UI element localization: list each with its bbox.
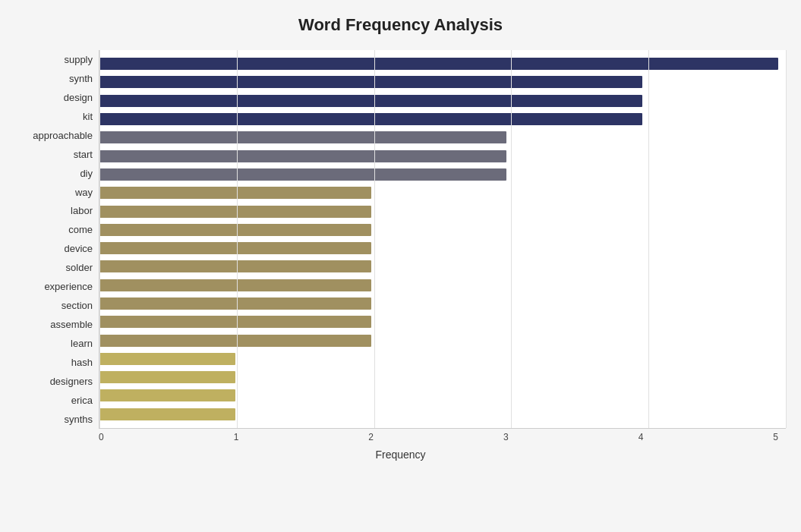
x-tick-label: 0 xyxy=(99,432,104,442)
bar-row xyxy=(99,111,778,127)
y-label: approachable xyxy=(15,131,93,140)
y-label: kit xyxy=(15,112,93,121)
bar-row xyxy=(99,406,778,423)
y-label: come xyxy=(15,225,93,235)
bar xyxy=(99,95,642,107)
x-tick-label: 2 xyxy=(368,432,374,442)
bar-row xyxy=(99,369,778,386)
y-label: hash xyxy=(15,357,93,367)
x-tick-label: 4 xyxy=(639,432,644,442)
bar xyxy=(99,316,371,328)
bar xyxy=(99,260,371,272)
bar xyxy=(99,389,235,401)
y-label: device xyxy=(15,244,93,253)
y-label: design xyxy=(15,93,93,102)
bar-row xyxy=(99,184,778,201)
bar-row xyxy=(99,387,778,404)
bar-row xyxy=(99,129,778,146)
bar-row xyxy=(99,55,778,72)
y-label: supply xyxy=(15,55,93,65)
bar-row xyxy=(99,166,778,183)
bar-row xyxy=(99,203,778,220)
bar-row xyxy=(99,313,778,330)
x-axis-labels: 012345 xyxy=(99,432,786,442)
y-label: start xyxy=(15,150,93,159)
bar-row xyxy=(99,222,778,238)
grid-line xyxy=(786,50,787,428)
y-label: labor xyxy=(15,206,93,216)
bar xyxy=(99,224,371,236)
x-tick-label: 3 xyxy=(503,432,509,442)
bars-section: supplysynthdesignkitapproachablestartdiy… xyxy=(15,50,786,429)
bar xyxy=(99,58,778,70)
x-tick-label: 1 xyxy=(234,432,239,442)
y-label: diy xyxy=(15,168,93,178)
bar-row xyxy=(99,351,778,367)
bar xyxy=(99,335,371,347)
bar xyxy=(99,150,506,162)
y-labels: supplysynthdesignkitapproachablestartdiy… xyxy=(15,50,99,429)
plot-area xyxy=(99,50,786,429)
bar-row xyxy=(99,148,778,165)
bar-row xyxy=(99,277,778,294)
x-tick-label: 5 xyxy=(773,432,778,442)
y-label: synth xyxy=(15,74,93,83)
y-label: assemble xyxy=(15,320,93,329)
bar xyxy=(99,353,235,365)
bar xyxy=(99,187,371,199)
bar xyxy=(99,131,506,143)
chart-area: supplysynthdesignkitapproachablestartdiy… xyxy=(15,50,786,461)
bar xyxy=(99,371,235,383)
chart-title: Word Frequency Analysis xyxy=(15,15,786,35)
bar xyxy=(99,168,506,181)
bar-row xyxy=(99,295,778,312)
bar-row xyxy=(99,332,778,349)
bar xyxy=(99,297,371,310)
y-label: erica xyxy=(15,395,93,405)
y-label: synths xyxy=(15,414,93,424)
bar xyxy=(99,242,371,254)
bar-row xyxy=(99,258,778,275)
bar xyxy=(99,206,371,218)
y-label: learn xyxy=(15,338,93,348)
bar-row xyxy=(99,93,778,109)
y-label: designers xyxy=(15,376,93,386)
bar-row xyxy=(99,240,778,257)
y-label: way xyxy=(15,187,93,197)
y-label: experience xyxy=(15,282,93,291)
y-label: section xyxy=(15,301,93,310)
y-label: solder xyxy=(15,263,93,272)
bar-row xyxy=(99,74,778,90)
chart-container: Word Frequency Analysis supplysynthdesig… xyxy=(0,0,801,532)
bar xyxy=(99,408,235,420)
bar xyxy=(99,76,642,88)
bar xyxy=(99,279,371,291)
bar xyxy=(99,113,642,125)
x-axis-title: Frequency xyxy=(15,449,786,461)
